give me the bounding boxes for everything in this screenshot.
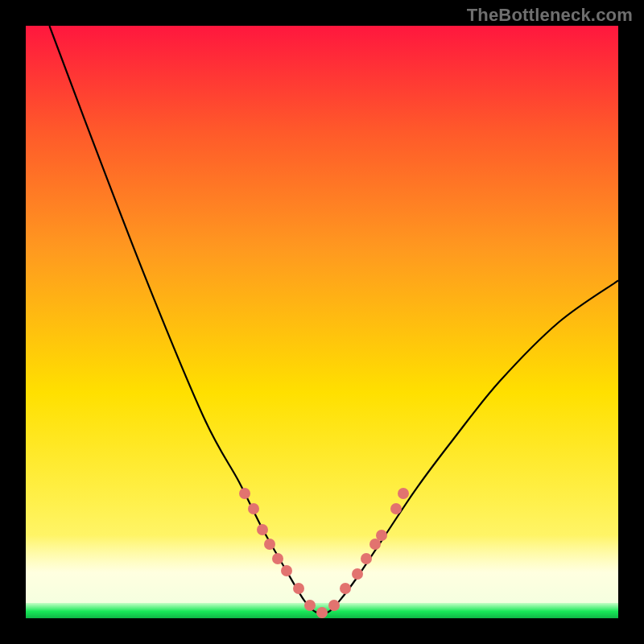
sample-dot <box>293 583 304 594</box>
sample-dot <box>304 600 316 611</box>
sample-dot <box>398 488 409 499</box>
sample-dot <box>361 553 372 564</box>
sample-dot <box>316 607 328 618</box>
sample-dot <box>239 488 250 499</box>
sample-dot <box>264 539 275 550</box>
sample-dot <box>352 568 363 580</box>
plot-area <box>26 26 618 618</box>
sample-dot <box>272 553 283 564</box>
chart-stage: TheBottleneck.com <box>0 0 644 644</box>
sample-dot <box>340 583 351 594</box>
sample-dot <box>376 530 387 541</box>
sample-dot <box>281 565 292 576</box>
sample-dot <box>328 600 340 611</box>
sample-dot <box>390 503 402 514</box>
sample-dot <box>248 503 259 514</box>
sample-dot <box>257 524 268 535</box>
sample-dots-layer <box>26 26 618 618</box>
watermark-text: TheBottleneck.com <box>467 5 633 26</box>
